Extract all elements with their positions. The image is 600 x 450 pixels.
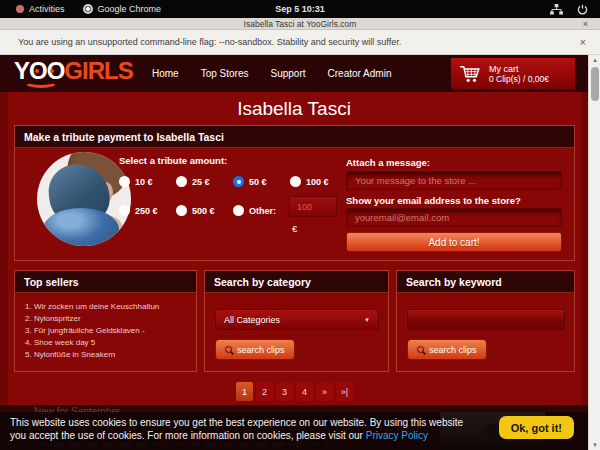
search-clips-button-keyword[interactable]: search clips (407, 339, 487, 360)
nav-top-stores[interactable]: Top Stores (201, 68, 249, 79)
top-seller-link[interactable]: 2. Nylonspritzer (25, 313, 159, 325)
top-sellers-list: 1. Wir zocken um deine Keuschhaltun 2. N… (25, 301, 159, 361)
radio-icon[interactable] (233, 205, 244, 216)
site-logo[interactable]: YOOGIRLS (14, 58, 133, 84)
top-seller-link[interactable]: 4. Shoe week day 5 (25, 337, 159, 349)
top-seller-link[interactable]: 3. Für jungfräuliche Geldsklaven - (25, 325, 159, 337)
amount-label: Other: (249, 206, 276, 216)
tribute-panel: Make a tribute payment to Isabella Tasci… (14, 125, 575, 261)
store-avatar-photo (37, 152, 131, 246)
power-icon[interactable] (577, 4, 588, 15)
search-category-header: Search by category (205, 271, 388, 293)
top-seller-link[interactable]: 1. Wir zocken um deine Keuschhaltun (25, 301, 159, 313)
tribute-amount-option-50-selected[interactable]: 50 € (233, 176, 267, 187)
message-label: Attach a message: (346, 157, 430, 168)
search-icon (417, 346, 424, 353)
select-amount-label: Select a tribute amount: (119, 155, 227, 166)
radio-icon[interactable] (119, 205, 130, 216)
amount-label: 10 € (135, 177, 153, 187)
nav-support[interactable]: Support (271, 68, 306, 79)
email-input[interactable] (346, 208, 562, 227)
search-keyword-header: Search by keyword (397, 271, 574, 293)
infobar-message: You are using an unsupported command-lin… (18, 37, 401, 47)
tribute-amount-option-10[interactable]: 10 € (119, 176, 153, 187)
avatar-shorts (43, 208, 119, 246)
email-label: Show your email address to the store? (346, 195, 521, 206)
tribute-amount-option-250[interactable]: 250 € (119, 205, 158, 216)
search-clips-label: search clips (237, 345, 285, 355)
search-clips-button-category[interactable]: search clips (215, 339, 295, 360)
other-amount-input[interactable] (289, 196, 337, 217)
cookie-banner: This website uses cookies to ensure you … (0, 412, 588, 450)
keyword-input[interactable] (407, 309, 565, 330)
radio-icon-selected[interactable] (233, 176, 244, 187)
privacy-policy-link[interactable]: Privacy Policy (366, 430, 428, 441)
cart-button[interactable]: My cart 0 Clip(s) / 0,00€ (451, 58, 575, 89)
system-bar: Activities Google Chrome Sep 5 10:31 (0, 0, 600, 18)
cookie-text: This website uses cookies to ensure you … (10, 417, 478, 442)
search-icon (225, 346, 232, 353)
cart-label: My cart (489, 64, 549, 74)
radio-icon[interactable] (176, 205, 187, 216)
search-keyword-panel: Search by keyword search clips (396, 270, 575, 372)
search-category-panel: Search by category All Categories ▼ sear… (204, 270, 389, 372)
infobar-close-icon[interactable]: × (580, 36, 586, 48)
add-to-cart-button[interactable]: Add to cart! (346, 232, 562, 252)
top-sellers-panel: Top sellers 1. Wir zocken um deine Keusc… (14, 270, 197, 372)
tribute-amount-option-100[interactable]: 100 € (290, 176, 329, 187)
tab-close-icon[interactable]: × (583, 18, 588, 30)
currency-label: € (292, 223, 297, 234)
tribute-amount-option-500[interactable]: 500 € (176, 205, 215, 216)
amount-label: 500 € (192, 206, 215, 216)
chevron-down-icon: ▼ (364, 317, 370, 323)
top-seller-link[interactable]: 5. Nylonfüße in Sneakern (25, 349, 159, 361)
page-button-1[interactable]: 1 (236, 382, 253, 401)
radio-icon[interactable] (290, 176, 301, 187)
tribute-amount-option-other[interactable]: Other: (233, 205, 276, 216)
scrollbar-thumb[interactable] (591, 67, 599, 101)
scrollbar-down-arrow[interactable]: ▼ (589, 442, 600, 448)
site-header: YOOGIRLS Home Top Stores Support Creator… (0, 55, 588, 92)
scrollbar-track[interactable]: ▲ ▼ (588, 55, 600, 450)
main-nav: Home Top Stores Support Creator Admin (152, 55, 391, 92)
amount-label: 100 € (306, 177, 329, 187)
logo-eye-dot (35, 69, 39, 73)
nav-creator-admin[interactable]: Creator Admin (328, 68, 392, 79)
scrollbar-up-arrow[interactable]: ▲ (589, 57, 600, 63)
amount-label: 25 € (192, 177, 210, 187)
page-title: Isabella Tasci (0, 98, 588, 120)
site-viewport: YOOGIRLS Home Top Stores Support Creator… (0, 55, 588, 450)
network-icon[interactable] (550, 4, 563, 15)
amount-label: 50 € (249, 177, 267, 187)
browser-tab[interactable]: Isabella Tasci at YooGirls.com × (0, 18, 600, 30)
category-select[interactable]: All Categories ▼ (215, 309, 379, 330)
tribute-amount-option-25[interactable]: 25 € (176, 176, 210, 187)
page-button-last[interactable]: »| (336, 382, 353, 401)
tribute-panel-header: Make a tribute payment to Isabella Tasci (15, 126, 574, 148)
page-button-next[interactable]: » (316, 382, 333, 401)
cookie-ok-button[interactable]: Ok, got it! (499, 416, 574, 439)
page-button-2[interactable]: 2 (256, 382, 273, 401)
chrome-infobar: You are using an unsupported command-lin… (0, 30, 600, 55)
bottom-panels: Top sellers 1. Wir zocken um deine Keusc… (14, 270, 575, 372)
message-input[interactable] (346, 171, 562, 190)
search-clips-label: search clips (429, 345, 477, 355)
top-sellers-header: Top sellers (15, 271, 196, 293)
amount-label: 250 € (135, 206, 158, 216)
cart-icon (459, 65, 481, 83)
clock[interactable]: Sep 5 10:31 (0, 4, 600, 14)
logo-text-girls: GIRLS (64, 57, 132, 84)
radio-icon[interactable] (176, 176, 187, 187)
page-button-3[interactable]: 3 (276, 382, 293, 401)
radio-icon[interactable] (119, 176, 130, 187)
pagination: 1 2 3 4 » »| (14, 382, 575, 401)
tab-title: Isabella Tasci at YooGirls.com (244, 19, 357, 29)
nav-home[interactable]: Home (152, 68, 179, 79)
category-select-value: All Categories (224, 315, 280, 325)
cart-count: 0 Clip(s) / 0,00€ (489, 74, 549, 84)
page-button-4[interactable]: 4 (296, 382, 313, 401)
logo-smile-arc (24, 76, 58, 88)
logo-eye-dot (50, 69, 54, 73)
